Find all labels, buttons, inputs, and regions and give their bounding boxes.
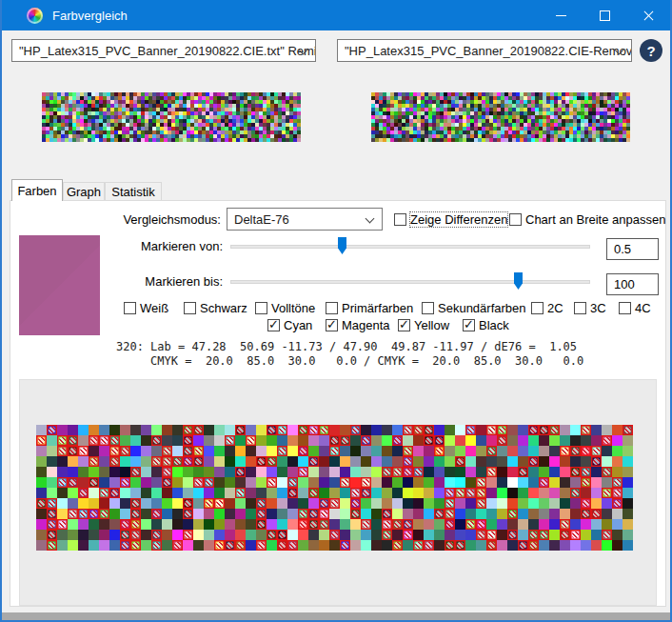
checkbox-label: Volltöne xyxy=(271,301,315,315)
compare-mode-combobox[interactable]: DeltaE-76 xyxy=(227,208,383,231)
checkbox-primaerfarben[interactable]: Primärfarben xyxy=(326,301,413,315)
checkbox-box xyxy=(255,302,267,314)
window-resize-grip[interactable] xyxy=(2,612,670,620)
checkbox-box xyxy=(267,319,280,331)
checkbox-magenta[interactable]: Magenta xyxy=(326,318,390,332)
selected-patch-swatch xyxy=(19,235,100,335)
left-chart-thumbnail xyxy=(42,92,301,142)
compare-mode-value: DeltaE-76 xyxy=(234,212,289,227)
minimize-icon xyxy=(556,15,566,16)
checkbox-volltoene[interactable]: Volltöne xyxy=(255,301,315,315)
checkbox-label: Zeige Differenzen xyxy=(410,212,507,227)
window-title: Farbvergleich xyxy=(52,9,128,23)
checkbox-sekundaerfarben[interactable]: Sekundärfarben xyxy=(422,301,526,315)
titlebar: Farbvergleich xyxy=(2,0,670,30)
checkbox-box xyxy=(531,302,544,314)
checkbox-yellow[interactable]: Yellow xyxy=(398,318,449,332)
left-file-combobox[interactable]: "HP_Latex315_PVC_Banner_20190822.CIE.txt… xyxy=(11,39,316,62)
checkbox-box xyxy=(574,302,586,314)
mark-from-label: Markieren von: xyxy=(107,239,223,253)
mark-to-input[interactable]: 100 xyxy=(606,273,659,295)
tab-statistik-label: Statistik xyxy=(111,185,155,199)
mark-to-slider[interactable] xyxy=(230,272,590,290)
mark-from-slider[interactable] xyxy=(230,237,590,254)
checkbox-3c[interactable]: 3C xyxy=(574,301,606,315)
slider-track xyxy=(230,280,590,284)
slider-thumb[interactable] xyxy=(514,272,523,290)
tab-farben-label: Farben xyxy=(17,184,56,198)
checkbox-label: Chart an Breite anpassen xyxy=(525,212,665,227)
checkbox-box xyxy=(619,302,631,314)
checkbox-box xyxy=(184,302,196,314)
checkbox-cyan[interactable]: Cyan xyxy=(267,318,312,332)
right-chart-thumbnail xyxy=(371,92,630,142)
checkbox-black[interactable]: Black xyxy=(463,318,509,332)
checkbox-box xyxy=(326,319,338,331)
selection-info: 320: Lab = 47.28 50.69 -11.73 / 47.90 49… xyxy=(116,340,583,369)
slider-thumb[interactable] xyxy=(338,237,346,254)
checkbox-box xyxy=(398,319,410,331)
mark-to-value: 100 xyxy=(614,277,635,291)
mark-to-label: Markieren bis: xyxy=(107,274,223,289)
checkbox-label: Black xyxy=(479,318,509,332)
left-file-combobox-value: "HP_Latex315_PVC_Banner_20190822.CIE.txt… xyxy=(19,44,316,58)
checkbox-chart-an-breite[interactable]: Chart an Breite anpassen xyxy=(509,212,665,227)
compare-mode-label: Vergleichsmodus: xyxy=(88,212,221,227)
question-mark-icon: ? xyxy=(646,43,655,59)
comparison-chart[interactable] xyxy=(36,425,633,551)
checkbox-zeige-differenzen[interactable]: Zeige Differenzen xyxy=(394,212,507,227)
close-button[interactable] xyxy=(626,0,670,30)
tab-farben[interactable]: Farben xyxy=(11,179,63,201)
farbvergleich-window: Farbvergleich "HP_Latex315_PVC_Banner_20… xyxy=(0,0,672,622)
checkbox-box xyxy=(124,302,136,314)
checkbox-box xyxy=(463,319,475,331)
checkbox-label: 4C xyxy=(635,301,651,315)
mark-from-input[interactable]: 0.5 xyxy=(606,238,659,260)
checkbox-label: Schwarz xyxy=(200,301,247,315)
help-button[interactable]: ? xyxy=(640,39,662,62)
checkbox-4c[interactable]: 4C xyxy=(619,301,651,315)
checkbox-box xyxy=(394,213,406,226)
checkbox-label: Weiß xyxy=(140,301,168,315)
checkbox-box xyxy=(326,302,338,314)
checkbox-label: Yellow xyxy=(414,318,449,332)
checkbox-schwarz[interactable]: Schwarz xyxy=(184,301,247,315)
maximize-icon xyxy=(600,10,610,21)
checkbox-weiss[interactable]: Weiß xyxy=(124,301,168,315)
checkbox-2c[interactable]: 2C xyxy=(531,301,563,315)
checkbox-label: Cyan xyxy=(284,318,312,332)
slider-track xyxy=(230,245,590,249)
maximize-button[interactable] xyxy=(583,0,626,30)
checkbox-box xyxy=(422,302,434,314)
checkbox-label: Primärfarben xyxy=(342,301,413,315)
tab-graph[interactable]: Graph xyxy=(63,182,105,201)
checkbox-box xyxy=(509,213,522,226)
minimize-button[interactable] xyxy=(539,0,583,30)
tab-graph-label: Graph xyxy=(67,185,101,199)
mark-from-value: 0.5 xyxy=(614,242,631,256)
close-icon xyxy=(642,10,655,22)
chevron-down-icon xyxy=(366,214,375,224)
checkbox-label: Sekundärfarben xyxy=(438,301,526,315)
checkbox-label: Magenta xyxy=(342,318,390,332)
right-file-combobox[interactable]: "HP_Latex315_PVC_Banner_20190822.CIE-Rem… xyxy=(337,39,632,62)
app-icon xyxy=(27,8,43,24)
checkbox-label: 2C xyxy=(547,301,563,315)
right-file-combobox-value: "HP_Latex315_PVC_Banner_20190822.CIE-Rem… xyxy=(345,44,632,58)
selection-info-line2: CMYK = 20.0 85.0 30.0 0.0 / CMYK = 20.0 … xyxy=(116,354,583,368)
selection-info-line1: 320: Lab = 47.28 50.69 -11.73 / 47.90 49… xyxy=(116,340,577,353)
tab-statistik[interactable]: Statistik xyxy=(105,182,162,201)
checkbox-label: 3C xyxy=(590,301,606,315)
